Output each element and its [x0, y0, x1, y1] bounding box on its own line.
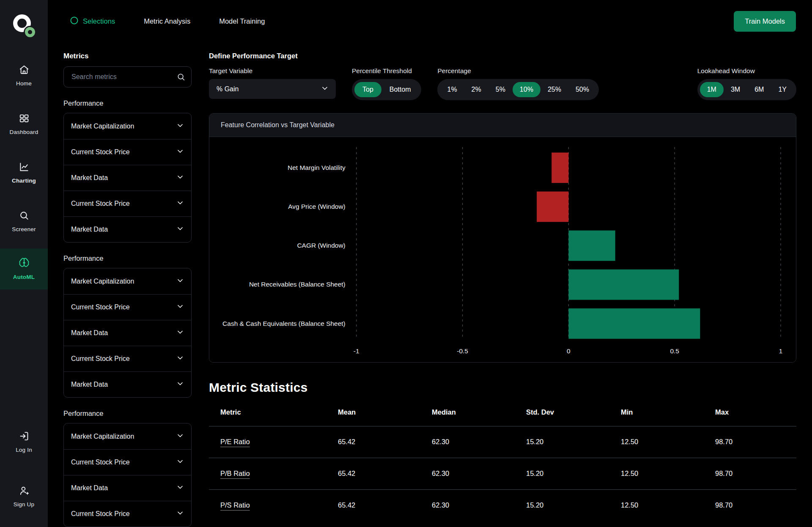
metric-link[interactable]: P/B Ratio: [220, 470, 250, 478]
metric-dropdown[interactable]: Market Data: [64, 371, 191, 397]
sidebar-item-label: Log In: [16, 447, 32, 453]
tab-label: Metric Analysis: [144, 17, 190, 25]
lookahead-option[interactable]: 1Y: [771, 82, 794, 97]
metric-dropdown[interactable]: Current Stock Price: [64, 449, 191, 475]
chevron-down-icon: [176, 328, 184, 338]
top-tabs: Selections Metric Analysis Model Trainin…: [66, 13, 269, 30]
metric-dropdown[interactable]: Market Capitalization: [64, 113, 191, 139]
sidebar-item-label: Dashboard: [10, 129, 38, 135]
metric-dropdown[interactable]: Market Data: [64, 475, 191, 501]
percentage-option[interactable]: 5%: [488, 82, 513, 97]
chevron-down-icon: [176, 354, 184, 364]
lookahead-option[interactable]: 6M: [747, 82, 771, 97]
metric-dropdown[interactable]: Market Data: [64, 216, 191, 242]
svg-text:0: 0: [567, 347, 571, 355]
metric-statistics-table: Metric Mean Median Std. Dev Min Max P/E …: [209, 399, 796, 521]
svg-text:Avg Price (Window): Avg Price (Window): [288, 203, 346, 210]
define-target-title: Define Performance Target: [209, 52, 796, 60]
sidebar-item-charting[interactable]: Charting: [0, 157, 48, 188]
metrics-panel-title: Metrics: [63, 52, 192, 60]
line-chart-icon: [19, 161, 30, 174]
percentage-option[interactable]: 1%: [440, 82, 464, 97]
tab-label: Selections: [83, 17, 115, 25]
svg-text:0.5: 0.5: [670, 347, 679, 355]
percentile-threshold-label: Percentile Threshold: [352, 67, 421, 75]
section-label: Performance: [63, 254, 192, 262]
chevron-down-icon: [176, 509, 184, 519]
logo-green-ring-icon: [25, 27, 35, 37]
train-models-button[interactable]: Train Models: [734, 11, 796, 32]
circle-icon: [70, 16, 79, 27]
svg-text:Net Margin Volatility: Net Margin Volatility: [288, 164, 346, 171]
sidebar-item-home[interactable]: Home: [0, 60, 48, 91]
sidebar-item-dashboard[interactable]: Dashboard: [0, 109, 48, 139]
sidebar-item-label: Home: [16, 80, 32, 87]
tab-metric-analysis[interactable]: Metric Analysis: [140, 14, 195, 29]
sidebar-item-signup[interactable]: Sign Up: [0, 481, 48, 512]
correlation-bar-chart: -1-0.500.51Net Margin VolatilityAvg Pric…: [209, 137, 796, 362]
percentage-option[interactable]: 10%: [513, 82, 540, 97]
metric-dropdown[interactable]: Market Capitalization: [64, 423, 191, 449]
correlation-chart-panel: Feature Correlation vs Target Variable -…: [209, 113, 796, 363]
chevron-down-icon: [321, 84, 329, 94]
metric-dropdown[interactable]: Current Stock Price: [64, 501, 191, 527]
percentage-option[interactable]: 25%: [540, 82, 568, 97]
tab-selections[interactable]: Selections: [66, 13, 119, 30]
main-area: Selections Metric Analysis Model Trainin…: [48, 0, 812, 527]
user-plus-icon: [19, 485, 30, 498]
svg-text:Net Receivables (Balance Sheet: Net Receivables (Balance Sheet): [249, 281, 346, 288]
sidebar-item-label: Screener: [12, 226, 36, 232]
tab-model-training[interactable]: Model Training: [215, 14, 269, 29]
percentile-toggle: Top Bottom: [352, 79, 421, 100]
chevron-down-icon: [176, 483, 184, 493]
metric-dropdown[interactable]: Current Stock Price: [64, 191, 191, 216]
metric-link[interactable]: P/E Ratio: [220, 438, 250, 446]
sidebar-item-login[interactable]: Log In: [0, 426, 48, 457]
percentile-threshold-group: Percentile Threshold Top Bottom: [352, 67, 421, 100]
top-navigation: Selections Metric Analysis Model Trainin…: [48, 0, 812, 43]
metrics-search: [63, 66, 192, 87]
target-variable-select[interactable]: % Gain: [209, 79, 336, 99]
percentile-option-bottom[interactable]: Bottom: [381, 82, 419, 97]
chevron-down-icon: [176, 276, 184, 287]
section-label: Performance: [63, 99, 192, 107]
dashboard-icon: [19, 113, 30, 126]
lookahead-option[interactable]: 1M: [700, 82, 724, 97]
metric-dropdown[interactable]: Current Stock Price: [64, 294, 191, 320]
sidebar-item-automl[interactable]: AutoML: [0, 248, 48, 289]
brain-icon: [18, 257, 30, 270]
home-icon: [19, 64, 30, 77]
metric-dropdown-group: Market Capitalization Current Stock Pric…: [63, 113, 192, 243]
table-row: P/E Ratio 65.42 62.30 15.20 12.50 98.70: [209, 426, 796, 458]
metric-link[interactable]: P/S Ratio: [220, 501, 250, 509]
search-input[interactable]: [63, 66, 192, 87]
svg-text:Cash & Cash Equivalents (Balan: Cash & Cash Equivalents (Balance Sheet): [222, 320, 346, 327]
chevron-down-icon: [176, 431, 184, 442]
table-header-row: Metric Mean Median Std. Dev Min Max: [209, 399, 796, 426]
lookahead-option[interactable]: 3M: [724, 82, 747, 97]
tab-label: Model Training: [219, 17, 265, 25]
sidebar-item-label: AutoML: [13, 274, 35, 280]
app-logo[interactable]: [12, 14, 36, 38]
chevron-down-icon: [176, 380, 184, 390]
metric-dropdown-group: Market Capitalization Current Stock Pric…: [63, 268, 192, 398]
chevron-down-icon: [176, 173, 184, 183]
percentage-option[interactable]: 2%: [464, 82, 488, 97]
metric-dropdown[interactable]: Market Data: [64, 320, 191, 346]
percentage-option[interactable]: 50%: [568, 82, 596, 97]
metric-dropdown[interactable]: Market Capitalization: [64, 268, 191, 294]
chevron-down-icon: [176, 199, 184, 209]
section-label: Performance: [63, 410, 192, 418]
sidebar: Home Dashboard Charting Screener AutoML …: [0, 0, 48, 527]
stats-title: Metric Statistics: [209, 380, 796, 395]
metric-dropdown[interactable]: Market Data: [64, 165, 191, 191]
chevron-down-icon: [176, 121, 184, 131]
sidebar-item-label: Charting: [12, 177, 36, 184]
metric-dropdown[interactable]: Current Stock Price: [64, 346, 191, 371]
sidebar-item-screener[interactable]: Screener: [0, 206, 48, 237]
svg-text:-0.5: -0.5: [457, 347, 468, 355]
chevron-down-icon: [176, 302, 184, 312]
metric-dropdown[interactable]: Current Stock Price: [64, 139, 191, 165]
performance-target-panel: Define Performance Target Target Variabl…: [192, 43, 812, 527]
percentile-option-top[interactable]: Top: [354, 82, 381, 97]
